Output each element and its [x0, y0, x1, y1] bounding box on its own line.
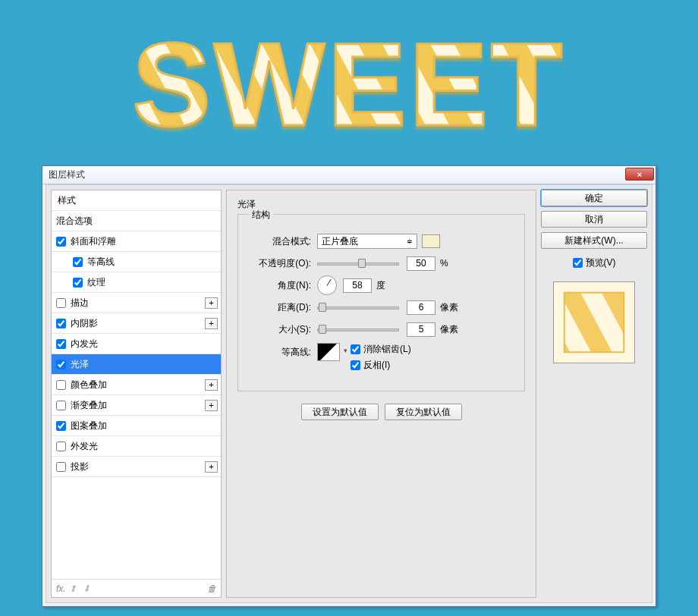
blend-mode-dropdown[interactable]: 正片叠底 ≑ — [317, 234, 417, 249]
distance-slider[interactable] — [317, 302, 399, 313]
angle-label: 角度(N): — [247, 279, 311, 292]
style-checkbox[interactable] — [56, 360, 66, 369]
opacity-input[interactable] — [407, 256, 435, 271]
size-input[interactable] — [407, 322, 435, 337]
opacity-unit: % — [440, 258, 448, 269]
opacity-label: 不透明度(O): — [247, 257, 311, 270]
style-checkbox[interactable] — [56, 339, 66, 349]
style-item-outer-glow[interactable]: 外发光 — [52, 436, 221, 457]
style-item-inner-glow[interactable]: 内发光 — [52, 334, 221, 354]
style-checkbox[interactable] — [56, 237, 66, 247]
blending-options-item[interactable]: 混合选项 — [52, 211, 221, 231]
style-item-color-overlay[interactable]: 颜色叠加 + — [52, 375, 221, 395]
satin-color-swatch[interactable] — [422, 234, 440, 248]
size-row: 大小(S): 像素 — [247, 321, 515, 338]
right-button-panel: 确定 取消 新建样式(W)... 预览(V) — [541, 190, 647, 598]
angle-unit: 度 — [376, 279, 385, 292]
dialog-title: 图层样式 — [49, 168, 85, 181]
reset-default-button[interactable]: 复位为默认值 — [385, 404, 462, 420]
trash-icon[interactable]: 🗑 — [207, 583, 216, 594]
add-effect-button[interactable]: + — [205, 379, 218, 391]
antialias-checkbox[interactable] — [351, 344, 360, 354]
style-checkbox[interactable] — [56, 442, 66, 451]
blend-mode-row: 混合模式: 正片叠底 ≑ — [247, 233, 515, 250]
angle-dial[interactable] — [317, 275, 337, 295]
angle-input[interactable] — [343, 278, 372, 293]
add-effect-button[interactable]: + — [205, 400, 218, 411]
svg-rect-5 — [564, 293, 624, 353]
style-item-drop-shadow[interactable]: 投影 + — [52, 457, 221, 477]
preview-checkbox-row[interactable]: 预览(V) — [541, 256, 647, 269]
svg-text:SWEET: SWEET — [132, 23, 565, 150]
set-default-button[interactable]: 设置为默认值 — [301, 404, 379, 420]
style-item-gradient-overlay[interactable]: 渐变叠加 + — [52, 395, 221, 416]
angle-row: 角度(N): 度 — [247, 277, 515, 294]
preview-thumbnail — [553, 281, 635, 363]
opacity-slider[interactable] — [317, 258, 399, 269]
move-up-icon[interactable]: ⬆ — [69, 583, 77, 594]
cancel-button[interactable]: 取消 — [541, 211, 647, 228]
add-effect-button[interactable]: + — [205, 461, 218, 473]
styles-footer: fx. ⬆ ⬇ 🗑 — [52, 579, 221, 597]
distance-label: 距离(D): — [247, 301, 311, 314]
style-checkbox[interactable] — [56, 380, 66, 390]
distance-input[interactable] — [407, 300, 435, 315]
size-unit: 像素 — [440, 323, 458, 336]
style-checkbox[interactable] — [56, 319, 66, 328]
size-slider[interactable] — [317, 324, 399, 335]
antialias-row[interactable]: 消除锯齿(L) — [351, 343, 411, 356]
style-item-satin[interactable]: 光泽 — [52, 354, 221, 375]
preview-checkbox[interactable] — [573, 258, 583, 268]
default-buttons-row: 设置为默认值 复位为默认值 — [237, 404, 525, 420]
sweet-decorative-text: SWEET — [0, 0, 698, 162]
style-checkbox[interactable] — [56, 462, 66, 472]
dialog-body: 样式 混合选项 斜面和浮雕 等高线 纹理 描边 + — [46, 184, 652, 603]
style-checkbox[interactable] — [56, 421, 66, 431]
style-checkbox[interactable] — [56, 401, 66, 410]
invert-row[interactable]: 反相(I) — [351, 359, 411, 372]
invert-checkbox[interactable] — [351, 360, 360, 370]
style-item-texture[interactable]: 纹理 — [52, 272, 221, 293]
contour-picker[interactable] — [317, 343, 340, 361]
blend-mode-label: 混合模式: — [247, 235, 311, 248]
size-label: 大小(S): — [247, 323, 311, 336]
styles-list-panel: 样式 混合选项 斜面和浮雕 等高线 纹理 描边 + — [51, 190, 222, 598]
dialog-titlebar[interactable]: 图层样式 — [42, 166, 656, 184]
contour-label: 等高线: — [247, 346, 311, 359]
chevron-updown-icon: ≑ — [407, 237, 413, 245]
close-icon: × — [637, 170, 642, 179]
dialog-close-button[interactable]: × — [625, 168, 654, 181]
style-item-inner-shadow[interactable]: 内阴影 + — [52, 313, 221, 334]
add-effect-button[interactable]: + — [205, 297, 218, 309]
fx-icon[interactable]: fx — [56, 583, 63, 594]
structure-fieldset: 结构 混合模式: 正片叠底 ≑ 不透明度(O): — [237, 214, 525, 391]
add-effect-button[interactable]: + — [205, 318, 218, 329]
distance-unit: 像素 — [440, 301, 458, 314]
opacity-row: 不透明度(O): % — [247, 255, 515, 272]
style-item-bevel[interactable]: 斜面和浮雕 — [52, 231, 221, 252]
style-checkbox[interactable] — [73, 257, 83, 267]
structure-legend: 结构 — [249, 209, 273, 222]
distance-row: 距离(D): 像素 — [247, 299, 515, 316]
style-item-contour[interactable]: 等高线 — [52, 252, 221, 272]
style-checkbox[interactable] — [56, 298, 66, 308]
style-item-pattern-overlay[interactable]: 图案叠加 — [52, 416, 221, 436]
layer-style-dialog: 图层样式 × 样式 混合选项 斜面和浮雕 等高线 纹理 — [42, 165, 656, 607]
ok-button[interactable]: 确定 — [541, 190, 647, 206]
settings-panel: 光泽 结构 混合模式: 正片叠底 ≑ 不透明度(O): — [226, 190, 536, 598]
styles-heading[interactable]: 样式 — [52, 190, 221, 211]
style-checkbox[interactable] — [73, 278, 83, 288]
new-style-button[interactable]: 新建样式(W)... — [541, 232, 647, 249]
contour-row: 等高线: 消除锯齿(L) 反相(I) — [247, 343, 515, 372]
style-item-stroke[interactable]: 描边 + — [52, 293, 221, 313]
move-down-icon[interactable]: ⬇ — [83, 583, 90, 594]
panel-title: 光泽 — [237, 198, 525, 211]
